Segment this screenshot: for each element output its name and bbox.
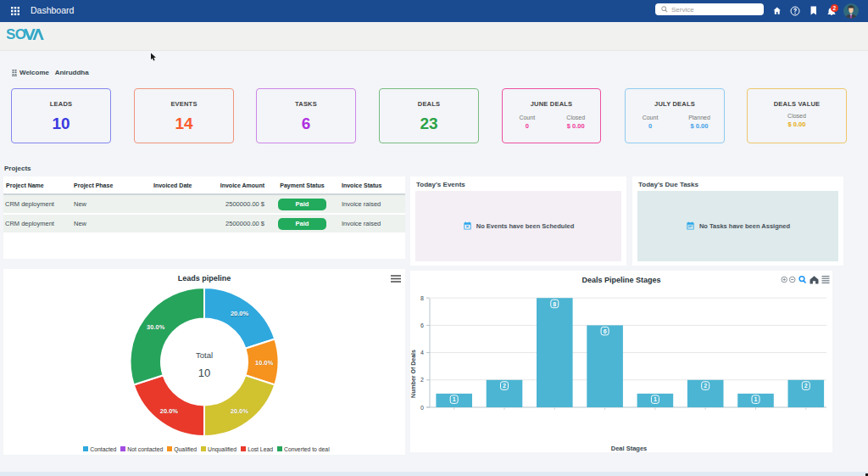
svg-text:1: 1 [654,396,657,402]
svg-text:10: 10 [198,367,210,379]
svg-text:10.0%: 10.0% [255,359,274,367]
svg-text:1: 1 [754,396,758,402]
svg-text:20.0%: 20.0% [231,310,249,317]
svg-text:1: 1 [453,396,456,402]
svg-text:SO: SO [7,27,26,41]
svg-text:8: 8 [420,295,424,301]
svg-text:6: 6 [420,322,424,328]
svg-text:4: 4 [420,350,424,356]
svg-text:8: 8 [553,301,556,307]
svg-text:20.0%: 20.0% [231,407,249,415]
svg-text:Number Of Deals: Number Of Deals [410,350,416,398]
svg-text:2: 2 [804,383,808,389]
svg-text:20.0%: 20.0% [160,407,179,415]
svg-text:2: 2 [420,377,424,383]
svg-text:2: 2 [704,383,707,389]
svg-text:Deal Stages: Deal Stages [611,445,648,452]
svg-text:2: 2 [503,383,506,389]
svg-text:0: 0 [420,405,424,411]
svg-text:30.0%: 30.0% [147,323,165,331]
svg-text:Total: Total [196,350,213,360]
svg-text:6: 6 [604,328,607,334]
